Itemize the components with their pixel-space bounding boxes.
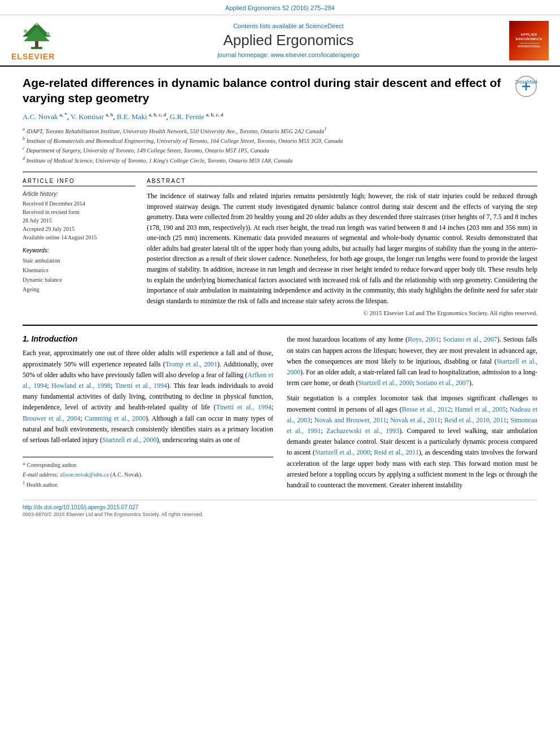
article-info-panel: ARTICLE INFO Article history: Received 8… <box>23 178 135 317</box>
ref-soriano[interactable]: Soriano et al., 2007 <box>443 335 497 343</box>
ref-howland[interactable]: Howland et al., 1998 <box>51 382 111 390</box>
intro-para-right-1: the most hazardous locations of any home… <box>287 334 537 388</box>
issn-copyright: 0003-6870/© 2015 Elsevier Ltd and The Er… <box>23 512 537 517</box>
science-direct-line: Contents lists available at ScienceDirec… <box>73 23 504 29</box>
author-novak[interactable]: A.C. Novak <box>23 112 58 121</box>
intro-col-left: 1. Introduction Each year, approximately… <box>23 334 273 495</box>
science-direct-link[interactable]: ScienceDirect <box>305 23 344 29</box>
author-maki[interactable]: B.E. Maki <box>117 112 147 121</box>
ref-tromp[interactable]: Tromp et al., 2001 <box>165 360 217 368</box>
ref-startzell[interactable]: Startzell et al., 2000 <box>102 436 156 444</box>
available-date: Available online 14 August 2015 <box>23 233 135 242</box>
keyword-1: Stair ambulation <box>23 256 135 265</box>
ref-tinetti2[interactable]: Tinetti et al., 1994 <box>216 403 272 411</box>
ref-reid2[interactable]: Reid et al., 2011 <box>374 448 419 456</box>
affiliation-b: b Institute of Biomaterials and Biomedic… <box>23 136 537 145</box>
affiliations: a iDAPT, Toronto Rehabilitation Institut… <box>23 126 537 165</box>
divider-1 <box>23 172 537 172</box>
elsevier-logo-section: ELSEVIER <box>11 20 73 61</box>
homepage-link[interactable]: www.elsevier.com/locate/apergo <box>271 51 360 58</box>
ref-bosse[interactable]: Bosse et al., 2012 <box>402 405 451 413</box>
article-container: Age-related differences in dynamic balan… <box>0 67 560 528</box>
crossmark-icon[interactable]: CrossMark <box>515 75 537 98</box>
keyword-2: Kinematics <box>23 265 135 275</box>
affiliation-c: c Department of Surgery, University of T… <box>23 145 537 155</box>
intro-para-right-2: Stair negotiation is a complex locomotor… <box>287 393 537 491</box>
accepted-date: Accepted 29 July 2015 <box>23 225 135 233</box>
article-title-section: Age-related differences in dynamic balan… <box>23 75 537 106</box>
footnote-email: E-mail address: alison.novak@uhn.ca (A.C… <box>23 470 273 479</box>
svg-point-6 <box>36 23 38 25</box>
intro-col-right: the most hazardous locations of any home… <box>287 334 537 495</box>
footnote-area: * Corresponding author. E-mail address: … <box>23 457 273 489</box>
article-info-abstract: ARTICLE INFO Article history: Received 8… <box>23 178 537 317</box>
author-fernie[interactable]: G.R. Fernie <box>170 112 204 121</box>
ref-roys[interactable]: Roys, 2001 <box>408 335 439 343</box>
elsevier-tree-icon <box>11 20 62 51</box>
history-label: Article history: <box>23 191 135 197</box>
introduction-section: 1. Introduction Each year, approximately… <box>23 334 537 495</box>
journal-ref-bar: Applied Ergonomics 52 (2016) 275–284 <box>0 0 560 15</box>
ref-hamel[interactable]: Hamel et al., 2005 <box>455 405 506 413</box>
ref-startzell4[interactable]: Startzell et al., 2000 <box>315 448 370 456</box>
article-info-header: ARTICLE INFO <box>23 178 135 186</box>
ref-startzell3[interactable]: Startzell et al., 2000 <box>358 379 413 387</box>
keywords-label: Keywords: <box>23 247 135 254</box>
bottom-bar: http://dx.doi.org/10.1016/j.apergo.2015.… <box>23 500 537 517</box>
affiliation-a: a iDAPT, Toronto Rehabilitation Institut… <box>23 126 537 136</box>
svg-point-5 <box>46 32 50 36</box>
abstract-text: The incidence of stairway falls and rela… <box>147 191 537 307</box>
keyword-3: Dynamic balance <box>23 275 135 285</box>
svg-point-4 <box>24 29 27 33</box>
received-revised-date: 28 July 2015 <box>23 216 135 225</box>
intro-title: 1. Introduction <box>23 334 273 343</box>
ref-novak-brouwer[interactable]: Novak and Brouwer, 2011 <box>314 416 387 424</box>
ref-reid[interactable]: Reid et al., 2010, 2011 <box>444 416 506 424</box>
email-link[interactable]: alison.novak@uhn.ca <box>60 471 108 478</box>
elsevier-label: ELSEVIER <box>11 52 55 61</box>
keyword-4: Ageing <box>23 285 135 294</box>
ref-zachazewski[interactable]: Zachazewski et al., 1993 <box>326 427 399 435</box>
authors-line: A.C. Novak a, *, V. Komisar a, b, B.E. M… <box>23 112 537 121</box>
intro-para-left-1: Each year, approximately one out of thre… <box>23 348 273 445</box>
footnote-corresponding: * Corresponding author. <box>23 461 273 469</box>
author-komisar[interactable]: V. Komisar <box>71 112 104 121</box>
journal-header-center: Contents lists available at ScienceDirec… <box>73 23 504 58</box>
ref-novak2011[interactable]: Novak et al., 2011 <box>390 416 440 424</box>
footnote-1: 1 Health author. <box>23 480 273 489</box>
svg-rect-1 <box>35 41 38 48</box>
abstract-panel: ABSTRACT The incidence of stairway falls… <box>147 178 537 317</box>
journal-homepage: journal homepage: www.elsevier.com/locat… <box>73 51 504 58</box>
ref-brouwer[interactable]: Brouwer et al., 2004 <box>23 414 80 422</box>
affiliation-d: d Institute of Medical Science, Universi… <box>23 155 537 165</box>
ref-tinetti[interactable]: Tinetti et al., 1994 <box>115 382 167 390</box>
abstract-copyright: © 2015 Elsevier Ltd and The Ergonomics S… <box>147 309 537 316</box>
journal-header: ELSEVIER Contents lists available at Sci… <box>0 15 560 67</box>
journal-title: Applied Ergonomics <box>73 32 504 49</box>
article-title: Age-related differences in dynamic balan… <box>23 75 515 106</box>
ref-cumming[interactable]: Cumming et al., 2000 <box>85 414 146 422</box>
received-date: Received 8 December 2014 <box>23 199 135 208</box>
ref-startzell2[interactable]: Startzell et al., 2000 <box>287 357 537 376</box>
abstract-header: ABSTRACT <box>147 178 537 186</box>
journal-ref-link[interactable]: Applied Ergonomics 52 (2016) 275–284 <box>225 5 335 11</box>
received-revised-label: Received in revised form <box>23 208 135 216</box>
journal-badge-section: APPLIED ERGONOMICS INTERNATIONAL <box>504 21 549 60</box>
applied-ergo-badge: APPLIED ERGONOMICS INTERNATIONAL <box>509 21 549 60</box>
doi-link[interactable]: http://dx.doi.org/10.1016/j.apergo.2015.… <box>23 504 138 510</box>
body-divider <box>23 325 537 326</box>
ref-soriano2[interactable]: Soriano et al., 2007 <box>416 379 469 387</box>
